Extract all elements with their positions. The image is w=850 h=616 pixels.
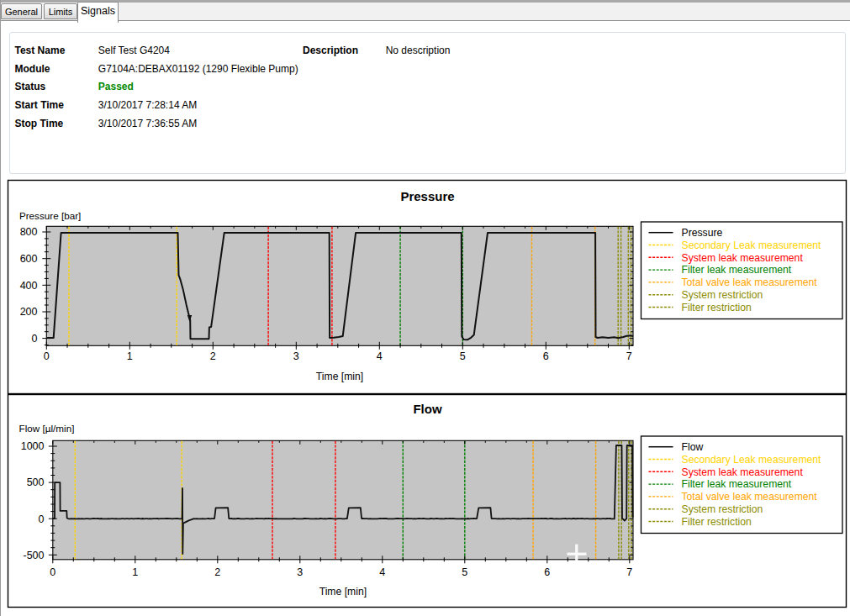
svg-text:6: 6: [543, 350, 549, 362]
svg-text:200: 200: [20, 306, 38, 318]
svg-text:3: 3: [297, 566, 303, 578]
svg-text:400: 400: [20, 280, 38, 292]
svg-text:Filter leak measurement: Filter leak measurement: [682, 264, 792, 276]
svg-text:6: 6: [544, 566, 550, 578]
svg-text:0: 0: [50, 566, 55, 578]
svg-text:Secondary Leak measurement: Secondary Leak measurement: [682, 240, 822, 251]
svg-text:2: 2: [210, 350, 216, 362]
svg-text:1: 1: [127, 350, 133, 362]
svg-text:5: 5: [462, 566, 467, 578]
svg-text:Filter leak measurement: Filter leak measurement: [682, 478, 792, 490]
svg-text:System restriction: System restriction: [682, 503, 763, 515]
svg-text:Time [min]: Time [min]: [319, 586, 367, 598]
svg-text:-500: -500: [23, 550, 44, 561]
svg-text:Filter restriction: Filter restriction: [682, 516, 752, 528]
svg-text:Filter restriction: Filter restriction: [682, 302, 752, 313]
svg-text:600: 600: [20, 253, 38, 265]
svg-text:Flow: Flow: [413, 402, 441, 416]
svg-text:2: 2: [214, 566, 220, 578]
svg-text:Pressure [bar]: Pressure [bar]: [19, 210, 81, 221]
svg-text:Flow [µl/min]: Flow [µl/min]: [19, 423, 75, 434]
svg-text:Secondary Leak measurement: Secondary Leak measurement: [682, 454, 822, 466]
svg-text:500: 500: [27, 476, 45, 488]
svg-text:5: 5: [460, 350, 466, 362]
svg-text:800: 800: [20, 226, 38, 238]
svg-text:7: 7: [626, 350, 632, 362]
svg-text:4: 4: [377, 350, 383, 362]
svg-text:System leak measurement: System leak measurement: [682, 466, 804, 478]
svg-text:0: 0: [32, 333, 38, 345]
svg-text:Pressure: Pressure: [682, 227, 723, 239]
svg-text:0: 0: [44, 350, 50, 362]
svg-text:Total valve leak measurement: Total valve leak measurement: [682, 491, 818, 503]
svg-text:1: 1: [132, 566, 138, 578]
svg-text:System restriction: System restriction: [682, 289, 763, 301]
svg-text:4: 4: [379, 566, 385, 578]
svg-text:System leak measurement: System leak measurement: [682, 252, 804, 264]
svg-text:Flow: Flow: [682, 441, 704, 453]
svg-text:7: 7: [626, 566, 632, 578]
svg-text:Total valve leak measurement: Total valve leak measurement: [682, 276, 818, 288]
svg-text:1000: 1000: [21, 440, 45, 452]
svg-text:Time [min]: Time [min]: [316, 371, 363, 382]
svg-text:3: 3: [293, 350, 299, 362]
svg-text:Pressure: Pressure: [400, 189, 454, 203]
svg-text:0: 0: [39, 513, 45, 525]
